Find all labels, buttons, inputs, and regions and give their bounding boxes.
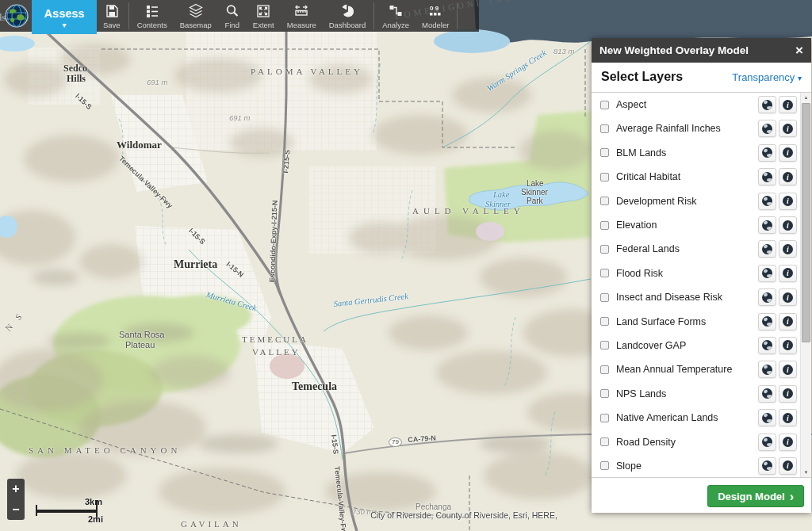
- info-icon: i: [783, 413, 793, 423]
- measure-icon: [293, 3, 309, 19]
- toolbar-item-analyze[interactable]: Analyze: [376, 0, 416, 32]
- scroll-down-arrow-icon[interactable]: ▼: [801, 468, 811, 477]
- toolbar-separator: [457, 2, 458, 29]
- info-icon: i: [783, 244, 793, 254]
- layer-preview-button[interactable]: [758, 313, 776, 330]
- scale-mi-label: 2mi: [88, 514, 103, 524]
- layer-label: Critical Habitat: [616, 171, 756, 182]
- layer-preview-button[interactable]: [758, 240, 776, 258]
- toolbar-item-measure[interactable]: Measure: [281, 0, 323, 32]
- layer-info-button[interactable]: i: [779, 434, 797, 451]
- layer-info-button[interactable]: i: [779, 313, 797, 330]
- scale-km-label: 3km: [85, 497, 102, 506]
- layer-checkbox[interactable]: [600, 269, 609, 277]
- layer-checkbox[interactable]: [600, 317, 609, 326]
- globe-icon: [762, 316, 772, 327]
- layer-preview-button[interactable]: [758, 120, 776, 137]
- toolbar-item-basemap[interactable]: Basemap: [174, 0, 218, 32]
- toolbar-item-dashboard[interactable]: Dashboard: [323, 0, 372, 32]
- zoom-out-button[interactable]: −: [7, 499, 25, 520]
- info-icon: i: [783, 292, 793, 303]
- layer-info-button[interactable]: i: [779, 120, 797, 137]
- map-elevation-label: 813 m: [553, 47, 574, 55]
- layer-info-button[interactable]: i: [779, 193, 797, 210]
- scroll-up-arrow-icon[interactable]: ▲: [801, 93, 811, 102]
- layer-row-blm-lands: BLM Lands i: [592, 141, 811, 165]
- panel-subheader: Select Layers Transparency ▾: [592, 63, 811, 93]
- layer-preview-button[interactable]: [758, 216, 776, 234]
- globe-icon: [762, 100, 772, 110]
- layer-info-button[interactable]: i: [779, 385, 797, 403]
- close-icon[interactable]: ×: [787, 38, 811, 63]
- layer-preview-button[interactable]: [758, 265, 776, 282]
- info-icon: i: [783, 437, 793, 447]
- layer-info-button[interactable]: i: [779, 240, 797, 258]
- toolbar-item-find[interactable]: Find: [218, 0, 247, 32]
- layer-info-button[interactable]: i: [779, 168, 797, 185]
- layer-label: Flood Risk: [616, 268, 756, 279]
- layer-info-button[interactable]: i: [779, 96, 797, 113]
- layer-preview-button[interactable]: [758, 144, 776, 162]
- map-label-murrieta: Murrieta: [174, 258, 217, 271]
- layer-checkbox[interactable]: [600, 365, 609, 374]
- zoom-in-button[interactable]: +: [7, 479, 25, 499]
- transparency-dropdown[interactable]: Transparency ▾: [732, 71, 811, 83]
- layer-info-button[interactable]: i: [779, 216, 797, 234]
- toolbar-items: Save Contents Basemap: [97, 0, 459, 32]
- design-model-label: Design Model: [718, 491, 785, 502]
- layer-info-button[interactable]: i: [779, 144, 797, 162]
- map-label-lake-skinner-park: Lake: [527, 179, 544, 188]
- layer-preview-button[interactable]: [758, 457, 776, 475]
- layer-checkbox[interactable]: [600, 414, 609, 422]
- info-icon: i: [783, 316, 793, 327]
- toolbar-item-save[interactable]: Save: [97, 0, 127, 32]
- layer-checkbox[interactable]: [600, 197, 609, 205]
- scrollbar-thumb[interactable]: [802, 103, 810, 342]
- map-label-sedco-hills: Hills: [67, 73, 86, 85]
- layer-row-native-american-lands: Native American Lands i: [592, 406, 811, 430]
- globe-icon: [762, 437, 772, 447]
- design-model-button[interactable]: Design Model ›: [707, 485, 804, 507]
- layer-checkbox[interactable]: [600, 101, 609, 109]
- toolbar-item-label: Save: [103, 21, 121, 29]
- layer-checkbox[interactable]: [600, 245, 609, 254]
- layer-info-button[interactable]: i: [779, 361, 797, 378]
- map-label-san-mateo-canyon: SAN MATEO CANYON: [29, 445, 181, 455]
- layer-preview-button[interactable]: [758, 434, 776, 451]
- svg-text:0 9: 0 9: [430, 5, 439, 12]
- toolbar-item-contents[interactable]: Contents: [131, 0, 174, 32]
- layer-checkbox[interactable]: [600, 341, 609, 350]
- layer-info-button[interactable]: i: [779, 337, 797, 354]
- layer-preview-button[interactable]: [758, 193, 776, 210]
- find-icon: [224, 3, 240, 19]
- layer-checkbox[interactable]: [600, 148, 609, 157]
- map-label-temecula-valley: TEMECULA: [242, 334, 308, 344]
- layer-preview-button[interactable]: [758, 337, 776, 354]
- layer-checkbox[interactable]: [600, 124, 609, 133]
- layer-info-button[interactable]: i: [779, 288, 797, 306]
- layer-preview-button[interactable]: [758, 96, 776, 113]
- layer-row-federal-lands: Federal Lands i: [592, 237, 811, 261]
- panel-footer: Design Model ›: [592, 477, 811, 513]
- map-label-paloma-valley: PALOMA VALLEY: [251, 67, 363, 76]
- layer-info-button[interactable]: i: [779, 409, 797, 426]
- layer-preview-button[interactable]: [758, 168, 776, 185]
- layer-preview-button[interactable]: [758, 361, 776, 378]
- panel-scrollbar[interactable]: ▲ ▼: [800, 93, 811, 477]
- toolbar-item-extent[interactable]: Extent: [247, 0, 281, 32]
- layer-info-button[interactable]: i: [779, 265, 797, 282]
- route-79-shield: 79: [389, 437, 402, 447]
- layer-checkbox[interactable]: [600, 389, 609, 398]
- assess-menu-button[interactable]: Assess ▾: [32, 0, 97, 34]
- layer-checkbox[interactable]: [600, 461, 609, 470]
- layer-checkbox[interactable]: [600, 293, 609, 302]
- layer-checkbox[interactable]: [600, 221, 609, 230]
- layer-checkbox[interactable]: [600, 173, 609, 181]
- layer-checkbox[interactable]: [600, 437, 609, 446]
- layer-preview-button[interactable]: [758, 385, 776, 403]
- layer-preview-button[interactable]: [758, 409, 776, 426]
- layer-info-button[interactable]: i: [779, 457, 797, 475]
- app-logo-globe-icon[interactable]: [3, 2, 30, 29]
- layer-preview-button[interactable]: [758, 288, 776, 306]
- toolbar-item-modeler[interactable]: 0 9 Modeler: [416, 0, 455, 32]
